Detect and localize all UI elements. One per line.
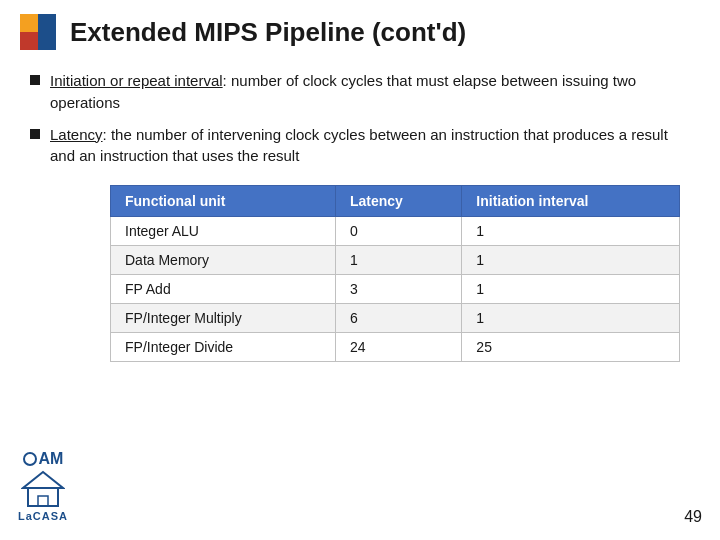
table-cell: 1 <box>462 275 680 304</box>
col-header-latency: Latency <box>335 186 461 217</box>
table-cell: 6 <box>335 304 461 333</box>
logo-lacasa-text: LaCASA <box>18 510 68 522</box>
bullet-text-1: Initiation or repeat interval: number of… <box>50 70 690 114</box>
logo-am-text: AM <box>39 450 64 468</box>
term-latency: Latency <box>50 126 103 143</box>
main-content: Initiation or repeat interval: number of… <box>0 60 720 362</box>
table-cell: 0 <box>335 217 461 246</box>
table-cell: 1 <box>462 217 680 246</box>
table-cell: 1 <box>335 246 461 275</box>
bottom-logo: AM LaCASA <box>18 450 68 522</box>
table-row: FP Add31 <box>111 275 680 304</box>
block-blue-top <box>38 14 56 32</box>
col-header-initiation-interval: Initiation interval <box>462 186 680 217</box>
functional-unit-table: Functional unit Latency Initiation inter… <box>110 185 680 362</box>
table-row: Data Memory11 <box>111 246 680 275</box>
page-number: 49 <box>684 508 702 526</box>
bullet-item-1: Initiation or repeat interval: number of… <box>30 70 690 114</box>
table-cell: FP/Integer Multiply <box>111 304 336 333</box>
table-row: FP/Integer Divide2425 <box>111 333 680 362</box>
block-red <box>20 32 38 50</box>
header: Extended MIPS Pipeline (cont'd) <box>0 0 720 60</box>
svg-marker-0 <box>23 472 63 488</box>
table-cell: 1 <box>462 246 680 275</box>
bullet-square-1 <box>30 75 40 85</box>
logo-am-wrap: AM <box>23 450 64 468</box>
svg-rect-1 <box>28 488 58 506</box>
house-icon <box>21 470 65 508</box>
term-initiation: Initiation or repeat interval <box>50 72 223 89</box>
svg-rect-2 <box>38 496 48 506</box>
bullet-item-2: Latency: the number of intervening clock… <box>30 124 690 168</box>
table-cell: 24 <box>335 333 461 362</box>
table-cell: FP Add <box>111 275 336 304</box>
slide-title: Extended MIPS Pipeline (cont'd) <box>70 17 466 48</box>
table-cell: Data Memory <box>111 246 336 275</box>
bullet-square-2 <box>30 129 40 139</box>
col-header-functional-unit: Functional unit <box>111 186 336 217</box>
bullet-text-2: Latency: the number of intervening clock… <box>50 124 690 168</box>
table-cell: Integer ALU <box>111 217 336 246</box>
color-block-decoration <box>20 14 56 50</box>
table-cell: 3 <box>335 275 461 304</box>
table-cell: FP/Integer Divide <box>111 333 336 362</box>
block-blue-bottom <box>38 32 56 50</box>
table-wrapper: Functional unit Latency Initiation inter… <box>110 185 680 362</box>
logo-circle-icon <box>23 452 37 466</box>
block-orange <box>20 14 38 32</box>
table-cell: 1 <box>462 304 680 333</box>
table-cell: 25 <box>462 333 680 362</box>
table-row: FP/Integer Multiply61 <box>111 304 680 333</box>
table-header-row: Functional unit Latency Initiation inter… <box>111 186 680 217</box>
bullet-list: Initiation or repeat interval: number of… <box>30 70 690 167</box>
table-row: Integer ALU01 <box>111 217 680 246</box>
